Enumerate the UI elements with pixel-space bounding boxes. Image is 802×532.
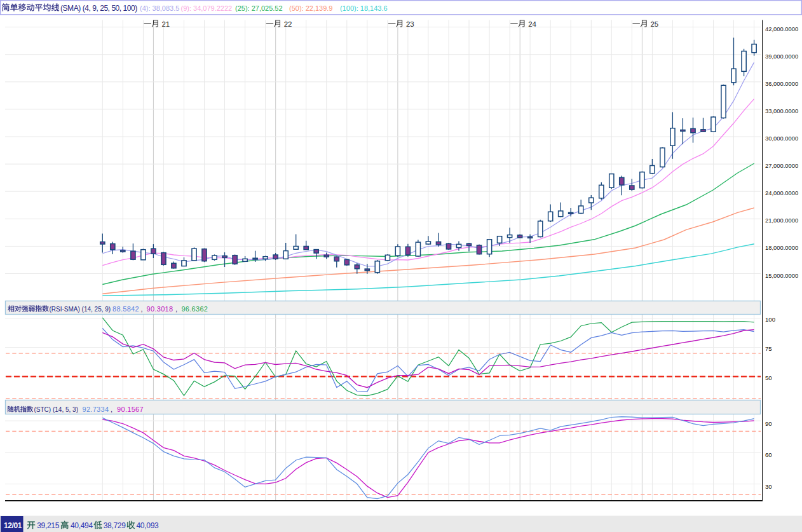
svg-text:(50): 22,139.9: (50): 22,139.9 (289, 4, 333, 12)
svg-text:38,729: 38,729 (104, 521, 126, 530)
svg-text:21: 21 (161, 20, 170, 28)
svg-text:(SMA) (4, 9, 25, 50, 100): (SMA) (4, 9, 25, 50, 100) (60, 4, 137, 13)
svg-text:15,000.0000: 15,000.0000 (765, 272, 798, 279)
svg-text:40,093: 40,093 (137, 521, 160, 530)
svg-text:33,000.0000: 33,000.0000 (765, 107, 798, 114)
svg-text:60: 60 (765, 451, 772, 458)
svg-text:,: , (175, 305, 177, 313)
svg-text:12/01: 12/01 (4, 521, 22, 530)
svg-text:21,000.0000: 21,000.0000 (765, 217, 798, 224)
svg-text:(100): 18,143.6: (100): 18,143.6 (340, 4, 388, 12)
svg-text:92.7334: 92.7334 (83, 406, 109, 413)
svg-text:(4): 38,083.5: (4): 38,083.5 (140, 4, 179, 12)
svg-text:39,215: 39,215 (37, 521, 60, 530)
svg-text:40,494: 40,494 (71, 521, 93, 530)
svg-text:(9): 34,079.2222: (9): 34,079.2222 (181, 4, 233, 12)
svg-text:24,000.0000: 24,000.0000 (765, 189, 798, 196)
svg-text:24: 24 (528, 20, 536, 28)
svg-text:39,000.0000: 39,000.0000 (765, 53, 798, 60)
svg-text:30,000.0000: 30,000.0000 (765, 135, 798, 142)
svg-text:100: 100 (765, 316, 775, 323)
svg-text:90.3018: 90.3018 (147, 305, 173, 313)
svg-text:75: 75 (765, 345, 772, 352)
svg-text:,: , (141, 305, 143, 313)
svg-text:(RSI-SMA) (14, 25, 9): (RSI-SMA) (14, 25, 9) (50, 306, 111, 313)
svg-text:90.1567: 90.1567 (117, 406, 144, 413)
svg-text:42,000.0000: 42,000.0000 (765, 25, 798, 32)
svg-text:18,000.0000: 18,000.0000 (765, 244, 798, 251)
svg-text:22: 22 (284, 20, 292, 28)
svg-text:88.5842: 88.5842 (112, 305, 139, 313)
svg-text:90: 90 (765, 420, 772, 427)
svg-text:23: 23 (406, 20, 414, 28)
svg-text:50: 50 (765, 374, 772, 381)
svg-text:96.6362: 96.6362 (181, 305, 208, 313)
svg-text:25: 25 (650, 20, 658, 28)
svg-text:36,000.0000: 36,000.0000 (765, 80, 798, 87)
svg-text:,: , (111, 406, 112, 413)
svg-text:30: 30 (765, 483, 772, 490)
svg-text:27,000.0000: 27,000.0000 (765, 162, 798, 169)
svg-text:(STC) (14, 5, 3): (STC) (14, 5, 3) (34, 406, 78, 413)
svg-text:(25): 27,025.52: (25): 27,025.52 (235, 4, 283, 12)
